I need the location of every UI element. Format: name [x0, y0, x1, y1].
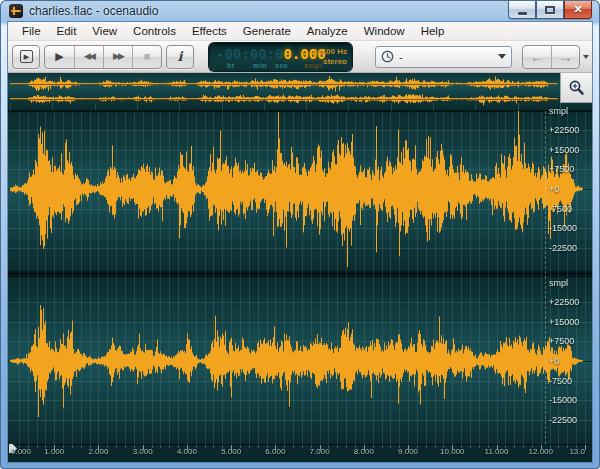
menu-item-edit[interactable]: Edit: [49, 23, 85, 39]
app-window: charlies.flac - ocenaudio ✕ FileEditView…: [0, 0, 600, 469]
stop-button[interactable]: ■: [132, 46, 161, 68]
close-button[interactable]: ✕: [564, 1, 592, 19]
transport-group: ▶ ◀◀ ▶▶ ■: [44, 45, 162, 69]
clock-icon: [381, 50, 394, 63]
minimize-icon: [518, 12, 527, 15]
play-icon: ▶: [55, 51, 63, 62]
arrow-left-icon: ←: [530, 49, 544, 65]
play-button[interactable]: ▶: [45, 46, 74, 68]
info-button[interactable]: i: [166, 45, 194, 69]
maximize-button[interactable]: [536, 1, 564, 19]
menu-item-file[interactable]: File: [14, 23, 49, 39]
stop-icon: ■: [144, 51, 151, 62]
menu-item-controls[interactable]: Controls: [125, 23, 184, 39]
rewind-button[interactable]: ◀◀: [74, 46, 103, 68]
channel-mode: stereo: [313, 57, 347, 67]
navigation-group: ← →: [522, 45, 580, 69]
maximize-icon: [545, 6, 555, 14]
rewind-icon: ◀◀: [84, 52, 94, 61]
sample-rate: 44100 Hz: [313, 47, 347, 57]
close-icon: ✕: [573, 4, 582, 15]
app-icon: [9, 4, 23, 18]
time-ruler[interactable]: [8, 444, 592, 462]
play-selection-icon: ▶: [20, 50, 33, 63]
menu-item-help[interactable]: Help: [413, 23, 453, 39]
info-icon: i: [178, 50, 183, 63]
time-unit-hr: hr: [227, 62, 235, 69]
time-digits: -00:00:00.000: [216, 46, 326, 62]
nav-dropdown-icon[interactable]: [583, 55, 589, 59]
arrow-right-icon: →: [559, 49, 573, 65]
magnifier-icon: [568, 79, 585, 96]
menubar: FileEditViewControlsEffectsGenerateAnaly…: [8, 22, 592, 41]
waveform-editor: smpl+22500+15000+7500+0-7500-15000-22500…: [8, 73, 592, 462]
chevron-down-icon: [498, 54, 506, 59]
menu-item-window[interactable]: Window: [356, 23, 413, 39]
minimize-button[interactable]: [508, 1, 536, 19]
titlebar[interactable]: charlies.flac - ocenaudio ✕: [0, 0, 600, 22]
fast-forward-icon: ▶▶: [113, 52, 123, 61]
time-dim-digits: -00:00:0: [216, 46, 283, 62]
menu-item-generate[interactable]: Generate: [235, 23, 299, 39]
client-area: FileEditViewControlsEffectsGenerateAnaly…: [8, 22, 592, 462]
menu-item-effects[interactable]: Effects: [184, 23, 235, 39]
window-controls: ✕: [508, 1, 592, 19]
overview-waveform[interactable]: [8, 73, 592, 111]
time-display[interactable]: -00:00:00.000 hr min sec smpl 44100 Hz s…: [209, 43, 352, 71]
nav-forward-button[interactable]: →: [551, 46, 579, 68]
sample-rate-readout: 44100 Hz stereo: [313, 47, 347, 67]
nav-back-button[interactable]: ←: [523, 46, 551, 68]
time-unit-min: min: [253, 62, 267, 69]
window-title: charlies.flac - ocenaudio: [29, 4, 158, 18]
time-unit-sec: sec: [275, 62, 288, 69]
play-selection-button[interactable]: ▶: [12, 45, 40, 69]
menu-item-view[interactable]: View: [84, 23, 125, 39]
menu-item-analyze[interactable]: Analyze: [299, 23, 356, 39]
zoom-tool-button[interactable]: [560, 73, 592, 103]
fast-forward-button[interactable]: ▶▶: [103, 46, 132, 68]
time-preset-combobox[interactable]: -: [375, 46, 512, 68]
combobox-value: -: [399, 51, 498, 63]
main-waveform[interactable]: [8, 111, 592, 444]
toolbar: ▶ ▶ ◀◀ ▶▶ ■ i -00:00:00.000 hr min sec s…: [8, 41, 592, 73]
